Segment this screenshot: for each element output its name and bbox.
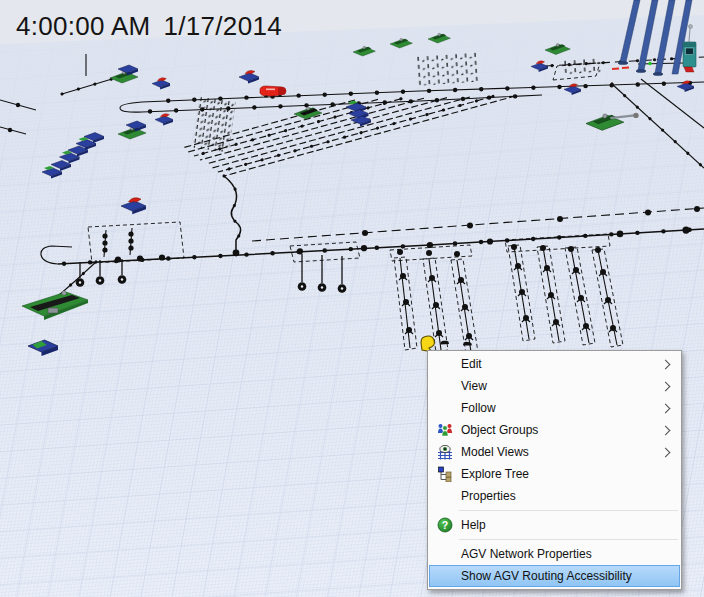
simulation-time: 4:00:00 AM <box>16 11 151 42</box>
object-groups-icon <box>433 422 456 438</box>
menu-separator <box>459 539 678 540</box>
submenu-arrow-icon <box>661 381 671 391</box>
submenu-arrow-icon <box>661 359 671 369</box>
explore-tree-icon <box>433 466 456 482</box>
submenu-arrow-icon <box>661 403 671 413</box>
model-views-icon <box>433 444 456 460</box>
menu-item-help[interactable]: ? Help <box>429 514 680 536</box>
simulation-clock: 4:00:00 AM 1/17/2014 <box>16 11 282 42</box>
menu-item-show-agv-routing-accessibility[interactable]: Show AGV Routing Accessibility <box>429 565 680 587</box>
menu-separator <box>459 510 678 511</box>
svg-text:?: ? <box>441 519 447 531</box>
help-icon: ? <box>433 517 456 533</box>
menu-item-agv-network-properties[interactable]: AGV Network Properties <box>429 543 680 565</box>
submenu-arrow-icon <box>661 425 671 435</box>
menu-item-edit[interactable]: Edit <box>429 353 680 375</box>
menu-item-follow[interactable]: Follow <box>429 397 680 419</box>
flexsim-model-window: 4:00:00 AM 1/17/2014 Edit View Follow <box>0 0 704 597</box>
menu-item-properties[interactable]: Properties <box>429 485 680 507</box>
menu-item-explore-tree[interactable]: Explore Tree <box>429 463 680 485</box>
context-menu: Edit View Follow Object Groups <box>427 350 682 590</box>
menu-item-model-views[interactable]: Model Views <box>429 441 680 463</box>
menu-item-object-groups[interactable]: Object Groups <box>429 419 680 441</box>
submenu-arrow-icon <box>661 447 671 457</box>
menu-item-view[interactable]: View <box>429 375 680 397</box>
simulation-date: 1/17/2014 <box>164 11 282 42</box>
